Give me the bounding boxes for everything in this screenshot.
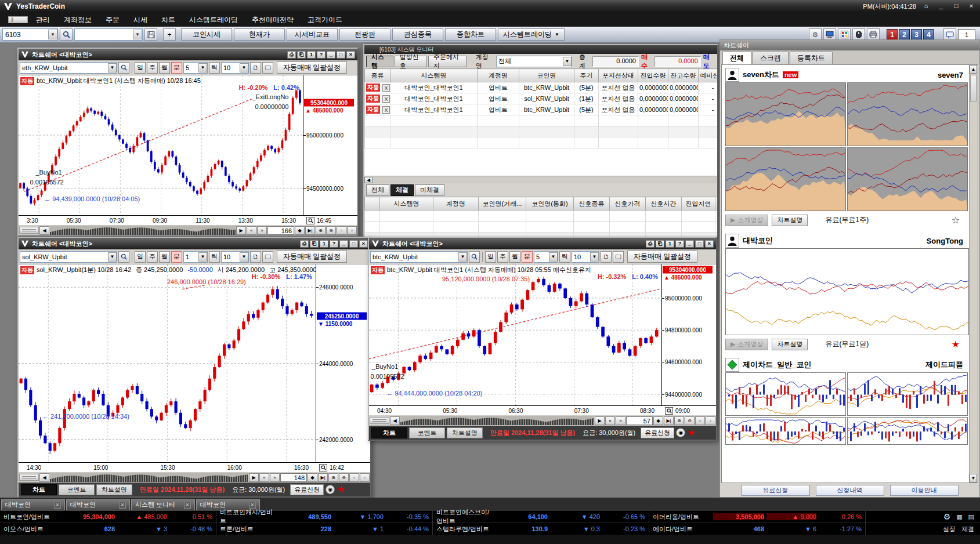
symbol-search-button[interactable] [118, 62, 129, 74]
paid-apply-button[interactable]: 유료신청 [641, 427, 674, 438]
ticker-item-스텔라루멘/업비트[interactable]: 스텔라루멘/업비트130.9▼ 0.3-0.23 % [433, 523, 649, 535]
sidebar-tab-스크랩[interactable]: 스크랩 [753, 52, 789, 64]
period-button-월[interactable]: 월 [159, 62, 170, 74]
fills-col[interactable]: 계정명 [433, 197, 479, 211]
tick-value-combo[interactable]: 10▼ [221, 62, 249, 74]
tick-label-button[interactable]: 틱 [209, 251, 220, 263]
save-button[interactable] [144, 28, 157, 41]
period-button-일[interactable]: 일 [485, 251, 496, 263]
chevron-down-icon[interactable]: ▼ [590, 252, 599, 262]
document-tab-대박코인[interactable]: 대박코인× [1, 499, 65, 510]
tick-value-combo[interactable]: 10▼ [572, 251, 599, 263]
tool-icon[interactable]: ▫ [349, 473, 359, 482]
close-button[interactable]: × [705, 240, 714, 248]
fills-col[interactable]: 코인명(거래... [479, 197, 526, 211]
toolbar-button-시세비교표[interactable]: 시세비교표 [287, 28, 338, 41]
ticker-체결-button[interactable]: 체결 [961, 525, 974, 534]
tool-icon[interactable]: ▫ [695, 416, 705, 425]
period-button-일[interactable]: 일 [135, 62, 146, 74]
toolbar-button-전광판[interactable]: 전광판 [339, 28, 390, 41]
screen-slot-2[interactable]: 2 [899, 29, 910, 40]
zoom-out-icon[interactable]: ⊖ [326, 226, 336, 235]
chart-thumbnail[interactable] [847, 372, 968, 416]
fills-col[interactable]: 원주문 [715, 197, 718, 211]
fills-tab-전체[interactable]: 전체 [366, 184, 389, 196]
home-icon[interactable]: ⌂ [921, 2, 931, 11]
chart-thumbnail[interactable] [847, 147, 968, 211]
close-button[interactable]: × [966, 2, 977, 11]
ticker-item-비트코인/업비트[interactable]: 비트코인/업비트95,304,000▲ 485,0000.51 % [0, 511, 216, 523]
favorite-star-icon[interactable]: ★ [952, 340, 960, 349]
menu-item-시스템트레이딩[interactable]: 시스템트레이딩 [189, 15, 238, 25]
system-tab-발생신호[interactable]: 발생신호 [395, 56, 427, 67]
period-value-combo[interactable]: 5▼ [534, 251, 558, 263]
toolbar-button-관심종목[interactable]: 관심종목 [392, 28, 443, 41]
chart-plot-area[interactable]: 자동btc_KRW_Upbit 대박코인1 (시스템 자동매매) 10/28 1… [19, 75, 303, 215]
sidebar-tab-전체[interactable]: 전체 [722, 52, 751, 64]
message-button[interactable] [943, 28, 956, 41]
intro-video-button[interactable]: ▶소개영상 [725, 215, 768, 226]
center-icon[interactable]: ◆ [295, 226, 305, 235]
ticker-item-이오스/업비트[interactable]: 이오스/업비트628▼ 3-0.48 % [0, 523, 216, 535]
symbol-search-button[interactable] [118, 251, 129, 263]
tool-icon[interactable]: ▫ [706, 416, 715, 425]
layout-button[interactable] [838, 28, 851, 41]
tool-icon[interactable]: ▫ [360, 473, 370, 482]
sidebar-button-신청내역[interactable]: 신청내역 [816, 485, 884, 496]
screen-slot-4[interactable]: 4 [923, 29, 934, 40]
system-col-진입수량[interactable]: 진입수량 [638, 69, 668, 82]
chevron-down-icon[interactable]: ▼ [458, 252, 467, 262]
system-row[interactable]: 자동X대박코인_대박코인1업비트sol_KRW_Upbit(1분)포지션 없음0… [365, 93, 718, 104]
scroll-down-icon[interactable]: ▼ [970, 474, 977, 483]
zoom-in-icon[interactable]: ⊕ [674, 416, 684, 425]
go-end-icon[interactable]: ▶| [318, 473, 328, 482]
footer-tab-차트설명[interactable]: 차트설명 [447, 427, 483, 438]
menu-item-주문[interactable]: 주문 [106, 15, 120, 25]
chart-style-icon-button[interactable]: 🖵 [262, 62, 273, 74]
record-icon[interactable]: ◉ [676, 428, 685, 437]
period-button-주[interactable]: 주 [147, 251, 158, 263]
footer-tab-코멘트[interactable]: 코멘트 [409, 427, 445, 438]
minimize-button[interactable]: _ [936, 2, 946, 11]
chart-thumbnail[interactable] [725, 147, 846, 211]
scrollbar-grip[interactable] [19, 474, 39, 481]
system-col-주기[interactable]: 주기 [574, 69, 599, 82]
menu-item-관리[interactable]: 관리 [36, 15, 50, 25]
fills-col[interactable]: 코인명(통화) [526, 197, 574, 211]
menu-item-추천매매전략[interactable]: 추천매매전략 [252, 15, 294, 25]
new-chart-icon-button[interactable]: 🗋 [250, 62, 261, 74]
fills-col[interactable] [365, 197, 380, 211]
chart-card-대박코인[interactable]: 대박코인SongTong▶소개영상차트설명유료(무료1달)★ [725, 233, 968, 351]
menu-item-계좌정보[interactable]: 계좌정보 [64, 15, 92, 25]
chevron-down-icon[interactable]: ▼ [133, 30, 142, 39]
chart-plot-area[interactable]: 자동btc_KRW_Upbit 대박코인1 (시스템 자동매매) 10/28 0… [369, 264, 662, 405]
system-col-종류[interactable]: 종류 [365, 69, 390, 82]
new-chart-icon-button[interactable]: 🗋 [250, 251, 261, 263]
chart-desc-button[interactable]: 차트설명 [772, 339, 808, 350]
chart-thumbnail[interactable] [725, 248, 969, 335]
auto-trade-batch-button[interactable]: 자동매매 일괄설정 [277, 251, 347, 263]
chart-card-seven차트[interactable]: seven차트newseven7▶소개영상차트설명유료(무료1주)☆ [725, 67, 968, 227]
maximize-button[interactable]: □ [349, 240, 358, 248]
symbol-search-button[interactable] [469, 251, 480, 263]
fills-tab-미체결[interactable]: 미체결 [415, 184, 444, 196]
document-tab-대박코인[interactable]: 대박코인× [66, 499, 130, 510]
chart-thumbnail[interactable] [725, 372, 846, 416]
add-screen-button[interactable]: + [163, 28, 176, 41]
window-icon-⎗[interactable]: ⎗ [656, 240, 664, 248]
mini-panel-icon[interactable]: ▤ [968, 513, 974, 521]
minimize-button[interactable]: _ [685, 240, 694, 248]
close-icon[interactable]: × [249, 502, 256, 509]
scroll-right-icon[interactable]: ▶ [595, 416, 605, 425]
ticker-item-이더리움/업비트[interactable]: 이더리움/업비트3,505,000▲ 9,0000.26 % [649, 511, 866, 523]
chart-style-icon-button[interactable]: 🖵 [613, 251, 624, 263]
window-icon-?[interactable]: ? [330, 240, 338, 248]
search-button[interactable] [60, 28, 73, 41]
minimize-button[interactable]: _ [339, 240, 348, 248]
system-col-시스템명[interactable]: 시스템명 [390, 69, 478, 82]
intro-video-button[interactable]: ▶소개영상 [725, 339, 768, 350]
sidebar-scrollbar[interactable]: ▲ ▼ [969, 65, 978, 483]
scrollbar-grip[interactable] [19, 227, 39, 234]
close-icon[interactable]: × [184, 502, 191, 509]
scrollbar-thumb[interactable] [970, 75, 977, 101]
